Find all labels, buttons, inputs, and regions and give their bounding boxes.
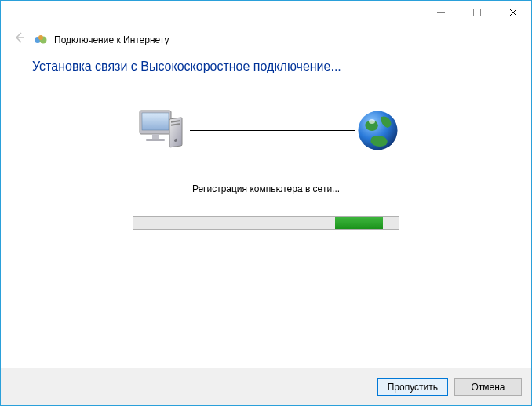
svg-point-17 (369, 119, 375, 124)
svg-rect-11 (146, 139, 165, 141)
footer: Пропустить Отмена (1, 368, 531, 405)
globe-icon (356, 109, 399, 152)
progress-bar (133, 216, 399, 230)
back-arrow-icon (13, 31, 27, 45)
svg-rect-1 (474, 9, 481, 16)
connection-line (190, 130, 355, 131)
skip-button[interactable]: Пропустить (377, 378, 448, 396)
close-icon (509, 9, 517, 16)
svg-point-7 (38, 35, 43, 40)
maximize-button[interactable] (459, 1, 495, 24)
status-text: Регистрация компьютера в сети... (32, 183, 500, 194)
svg-rect-10 (152, 134, 159, 139)
progress-fill (335, 217, 383, 229)
minimize-icon (437, 9, 445, 16)
cancel-button[interactable]: Отмена (454, 378, 522, 396)
computer-icon (133, 107, 188, 154)
svg-rect-9 (142, 113, 169, 130)
window-title: Подключение к Интернету (54, 34, 169, 45)
connection-illustration (32, 107, 500, 154)
minimize-button[interactable] (423, 1, 459, 24)
back-button (12, 31, 27, 49)
titlebar (1, 1, 531, 24)
window-controls (423, 1, 531, 24)
content-area: Установка связи с Высокоскоростное подкл… (1, 60, 531, 230)
header: Подключение к Интернету (1, 24, 531, 60)
network-center-icon (34, 33, 48, 47)
page-title: Установка связи с Высокоскоростное подкл… (32, 60, 500, 74)
close-button[interactable] (495, 1, 531, 24)
maximize-icon (473, 9, 481, 16)
